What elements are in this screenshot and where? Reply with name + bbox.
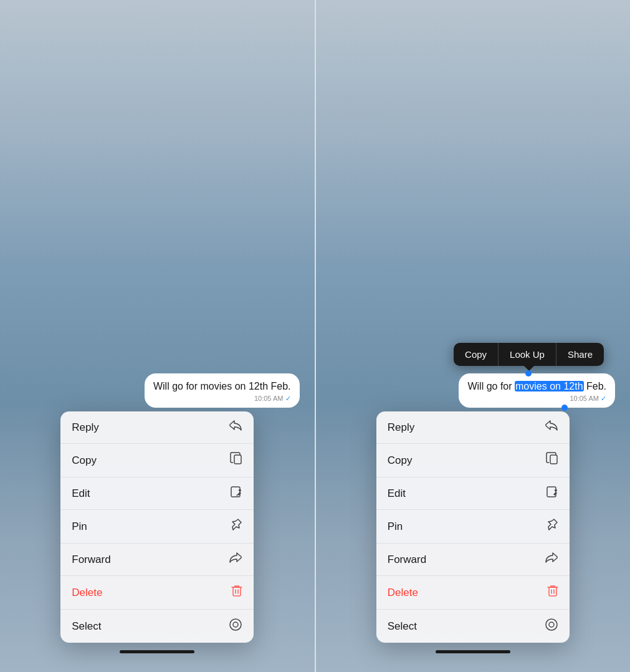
menu-item-delete-right[interactable]: Delete: [376, 576, 570, 610]
copy-icon-right: [546, 452, 558, 469]
menu-label-forward-left: Forward: [72, 554, 110, 566]
svg-point-14: [549, 622, 554, 627]
menu-label-delete-right: Delete: [388, 587, 418, 599]
panel-divider: [315, 0, 316, 672]
copy-icon-left: [230, 452, 242, 469]
menu-label-pin-left: Pin: [72, 521, 87, 533]
bubble-time-right: 10:05 AM ✓: [467, 395, 606, 403]
menu-label-reply-left: Reply: [72, 421, 98, 434]
menu-label-select-left: Select: [72, 620, 101, 633]
bubble-time-left: 10:05 AM ✓: [153, 395, 291, 403]
context-menu-right: Reply Copy Edit: [376, 411, 570, 643]
menu-item-select-right[interactable]: Select: [376, 610, 570, 643]
forward-icon-right: [545, 552, 558, 567]
menu-item-reply-right[interactable]: Reply: [376, 411, 570, 444]
popup-copy-button[interactable]: Copy: [454, 343, 499, 366]
menu-item-reply-left[interactable]: Reply: [60, 411, 254, 444]
menu-label-copy-left: Copy: [72, 454, 97, 467]
context-menu-left: Reply Copy Edit: [60, 411, 254, 643]
highlighted-text: movies on 12th: [515, 381, 584, 391]
menu-label-forward-right: Forward: [388, 554, 426, 566]
menu-item-copy-right[interactable]: Copy: [376, 444, 570, 478]
svg-rect-0: [234, 455, 241, 464]
delete-icon-left: [231, 584, 242, 601]
pin-icon-right: [546, 518, 558, 535]
menu-label-edit-right: Edit: [388, 487, 406, 500]
pin-icon-left: [230, 518, 242, 535]
text-selection-popup: Copy Look Up Share: [454, 343, 604, 366]
menu-label-reply-right: Reply: [388, 421, 414, 434]
menu-label-pin-right: Pin: [388, 521, 403, 533]
menu-item-forward-left[interactable]: Forward: [60, 544, 254, 576]
select-icon-right: [545, 618, 558, 635]
menu-item-delete-left[interactable]: Delete: [60, 576, 254, 610]
svg-point-6: [230, 619, 241, 630]
menu-label-select-right: Select: [388, 620, 417, 633]
svg-rect-10: [549, 587, 556, 596]
svg-line-2: [237, 494, 237, 496]
message-bubble-right: Will go for movies on 12th Feb. 10:05 AM…: [459, 373, 615, 408]
menu-item-copy-left[interactable]: Copy: [60, 444, 254, 478]
svg-point-13: [546, 619, 557, 630]
selection-handle-left: [525, 370, 532, 377]
svg-rect-3: [233, 587, 241, 596]
menu-item-pin-left[interactable]: Pin: [60, 510, 254, 544]
forward-icon-left: [229, 552, 242, 567]
bubble-text-right: Will go for movies on 12th Feb.: [467, 381, 606, 391]
svg-rect-8: [550, 455, 557, 464]
menu-item-forward-right[interactable]: Forward: [376, 544, 570, 576]
reply-icon-right: [545, 420, 558, 435]
menu-item-select-left[interactable]: Select: [60, 610, 254, 643]
menu-item-edit-right[interactable]: Edit: [376, 478, 570, 510]
edit-icon-right: [546, 486, 558, 501]
menu-item-pin-right[interactable]: Pin: [376, 510, 570, 544]
home-indicator-left: [120, 650, 194, 653]
menu-label-edit-left: Edit: [72, 487, 90, 500]
bubble-text-left: Will go for movies on 12th Feb.: [153, 381, 291, 391]
reply-icon-left: [229, 420, 242, 435]
select-icon-left: [229, 618, 242, 635]
menu-label-copy-right: Copy: [388, 454, 413, 467]
popup-share-button[interactable]: Share: [556, 343, 604, 366]
delete-icon-right: [547, 584, 558, 601]
svg-point-7: [233, 622, 238, 627]
menu-label-delete-left: Delete: [72, 587, 102, 599]
home-indicator-right: [436, 650, 510, 653]
popup-lookup-button[interactable]: Look Up: [499, 343, 556, 366]
selection-handle-right: [561, 405, 568, 411]
message-bubble-left: Will go for movies on 12th Feb. 10:05 AM…: [145, 373, 300, 408]
edit-icon-left: [230, 486, 242, 501]
menu-item-edit-left[interactable]: Edit: [60, 478, 254, 510]
